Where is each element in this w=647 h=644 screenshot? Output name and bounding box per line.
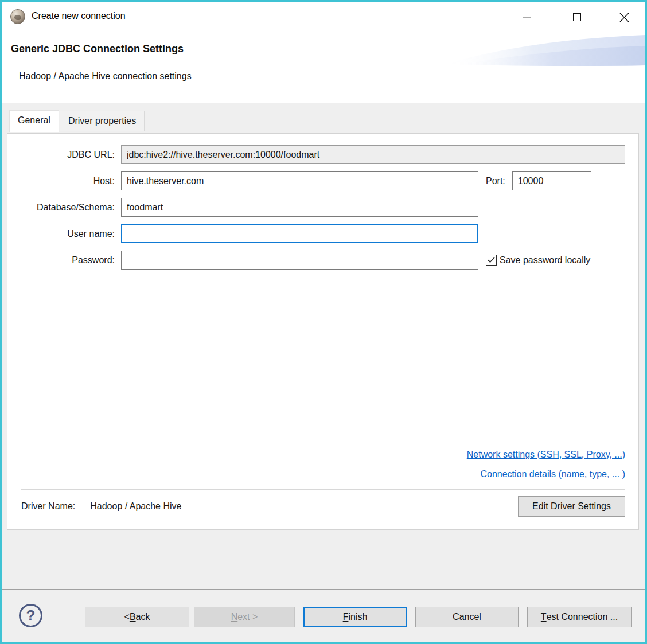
finish-button[interactable]: Finish [303, 607, 407, 627]
username-label: User name: [7, 229, 121, 239]
next-label-post: ext > [237, 612, 258, 622]
close-button[interactable] [611, 7, 637, 27]
port-field[interactable] [512, 171, 591, 190]
create-connection-dialog: Create new connection [0, 0, 647, 644]
dialog-body: General Driver properties JDBC URL: Host… [2, 103, 645, 589]
database-row: Database/Schema: [7, 198, 638, 217]
password-row: Password: Save password locally [7, 251, 638, 270]
driver-separator [21, 489, 625, 490]
tab-driver-properties[interactable]: Driver properties [60, 111, 145, 131]
back-label-pre: < [124, 612, 130, 622]
edit-driver-settings-button[interactable]: Edit Driver Settings [518, 496, 625, 517]
close-icon [619, 13, 629, 22]
connection-form: JDBC URL: Host: Port: Database/Schema: U… [7, 134, 638, 270]
tab-bar: General Driver properties [9, 110, 145, 131]
finish-label-post: inish [348, 612, 367, 622]
minimize-icon [523, 17, 531, 18]
host-row: Host: Port: [7, 171, 638, 190]
password-label: Password: [7, 255, 121, 266]
driver-row: Driver Name: Hadoop / Apache Hive Edit D… [21, 495, 625, 517]
tab-general[interactable]: General [9, 110, 59, 132]
page-subtitle: Hadoop / Apache Hive connection settings [19, 71, 192, 81]
back-label-key: B [130, 612, 136, 622]
host-field[interactable] [121, 171, 478, 190]
maximize-icon [573, 13, 581, 21]
test-connection-button[interactable]: Test Connection ... [527, 607, 632, 627]
help-icon[interactable]: ? [19, 604, 42, 627]
save-password-checkbox[interactable]: Save password locally [486, 255, 590, 266]
general-tab-panel: JDBC URL: Host: Port: Database/Schema: U… [7, 133, 639, 530]
page-title: Generic JDBC Connection Settings [11, 43, 184, 55]
database-field[interactable] [121, 198, 478, 217]
username-field[interactable] [121, 224, 478, 243]
driver-name-value: Hadoop / Apache Hive [90, 501, 181, 512]
network-settings-link[interactable]: Network settings (SSH, SSL, Proxy, ...) [467, 445, 625, 465]
test-label-post: est Connection ... [547, 612, 618, 622]
jdbc-url-field[interactable] [121, 145, 625, 164]
host-label: Host: [7, 176, 121, 186]
minimize-button[interactable] [514, 7, 539, 27]
settings-links: Network settings (SSH, SSL, Proxy, ...) … [467, 445, 625, 484]
username-row: User name: [7, 224, 638, 243]
back-label-post: ack [136, 612, 150, 622]
button-bar: ? < Back Next > Finish Cancel Test Conne… [2, 589, 645, 642]
app-icon [10, 9, 25, 24]
maximize-button[interactable] [564, 7, 590, 27]
dialog-header: Generic JDBC Connection Settings Hadoop … [2, 32, 645, 102]
next-label-key: N [231, 612, 238, 622]
wizard-buttons: < Back Next > Finish Cancel Test Connect… [85, 607, 632, 627]
jdbc-url-row: JDBC URL: [7, 145, 638, 164]
driver-name-label: Driver Name: [21, 501, 75, 512]
database-label: Database/Schema: [7, 202, 121, 213]
password-field[interactable] [121, 251, 478, 270]
save-password-label: Save password locally [500, 255, 590, 266]
back-button[interactable]: < Back [85, 607, 189, 627]
test-label-key: T [541, 612, 547, 622]
header-swoosh [445, 26, 645, 69]
finish-label-key: F [343, 612, 349, 622]
cancel-button[interactable]: Cancel [415, 607, 519, 627]
connection-details-link[interactable]: Connection details (name, type, ... ) [467, 465, 625, 484]
port-label: Port: [486, 176, 505, 186]
next-button[interactable]: Next > [194, 607, 295, 627]
window-title: Create new connection [32, 11, 126, 21]
jdbc-url-label: JDBC URL: [7, 150, 121, 160]
checkbox-checked-icon [486, 255, 497, 266]
